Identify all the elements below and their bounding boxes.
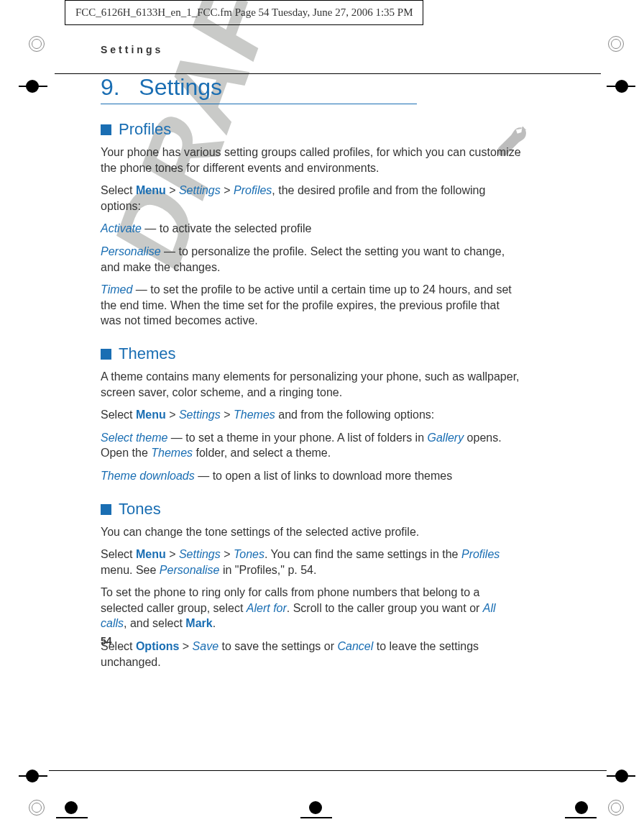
crop-mark-icon [575, 801, 588, 814]
section-heading: Tones [119, 500, 161, 518]
tones-link: Tones [234, 548, 264, 560]
registration-mark [29, 800, 45, 816]
alert-for-link: Alert for [247, 602, 287, 614]
timed-link: Timed [101, 283, 132, 296]
body-text: Select Menu > Settings > Themes and from… [101, 407, 522, 423]
section-heading: Themes [119, 344, 175, 362]
themes-folder-link: Themes [151, 447, 193, 459]
body-text: Theme downloads — to open a list of link… [101, 468, 522, 484]
body-text: Personalise — to personalize the profile… [101, 244, 522, 275]
body-text: Activate — to activate the selected prof… [101, 221, 522, 237]
crop-line [607, 775, 635, 777]
settings-link: Settings [179, 408, 221, 421]
crop-line [300, 817, 332, 818]
profiles-link: Profiles [234, 184, 272, 196]
crop-mark-icon [309, 801, 322, 814]
crop-line [19, 86, 47, 87]
body-text: Select Menu > Settings > Tones. You can … [101, 547, 522, 578]
chapter-title: 9. Settings [101, 74, 417, 104]
settings-link: Settings [179, 184, 221, 196]
personalise-link: Personalise [101, 245, 161, 257]
chapter-number: 9. [101, 74, 120, 100]
body-text: Your phone has various setting groups ca… [101, 145, 522, 175]
crop-line [565, 817, 597, 818]
registration-mark [608, 36, 624, 52]
bottom-rule [49, 770, 607, 771]
header-text: FCC_6126H_6133H_en_1_FCC.fm Page 54 Tues… [75, 6, 413, 18]
menu-label: Menu [136, 184, 166, 196]
body-text: Select theme — to set a theme in your ph… [101, 430, 522, 461]
section-heading: Profiles [119, 120, 171, 138]
body-text: To set the phone to ring only for calls … [101, 585, 522, 631]
activate-link: Activate [101, 222, 142, 234]
square-bullet-icon [101, 124, 111, 135]
select-theme-link: Select theme [101, 432, 167, 444]
frame-header: FCC_6126H_6133H_en_1_FCC.fm Page 54 Tues… [65, 0, 423, 25]
square-bullet-icon [101, 504, 111, 515]
registration-mark [608, 800, 624, 816]
body-text: You can change the tone settings of the … [101, 524, 522, 540]
menu-label: Menu [136, 548, 166, 560]
crop-line [56, 817, 88, 818]
body-text: Timed — to set the profile to be active … [101, 282, 522, 329]
settings-link: Settings [179, 548, 221, 560]
gallery-link: Gallery [427, 432, 464, 444]
page-number: 54 [101, 635, 644, 647]
crop-mark-icon [65, 801, 78, 814]
profiles-link: Profiles [461, 548, 500, 560]
theme-downloads-link: Theme downloads [101, 470, 195, 482]
registration-mark [29, 36, 45, 52]
mark-label: Mark [185, 617, 212, 629]
square-bullet-icon [101, 349, 111, 360]
crop-line [607, 86, 635, 87]
crop-line [19, 775, 47, 777]
body-text: A theme contains many elements for perso… [101, 369, 522, 400]
section-tones: Tones [101, 500, 522, 519]
themes-link: Themes [234, 408, 275, 421]
running-head: Settings [101, 44, 522, 55]
section-themes: Themes [101, 344, 522, 363]
body-text: Select Menu > Settings > Profiles, the d… [101, 183, 522, 214]
menu-label: Menu [136, 408, 166, 421]
chapter-name: Settings [139, 74, 222, 100]
section-profiles: Profiles [101, 120, 522, 139]
personalise-link: Personalise [160, 564, 220, 576]
